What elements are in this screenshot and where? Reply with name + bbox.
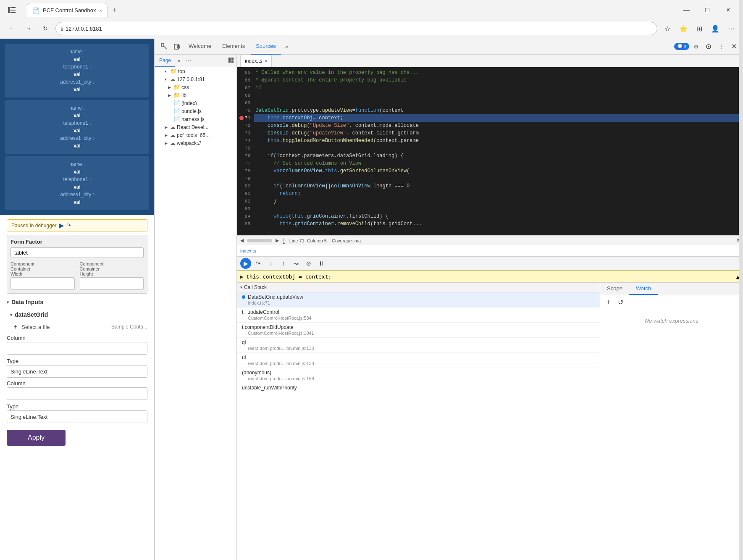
tree-item-webpack[interactable]: ▶ ☁ webpack://: [155, 139, 236, 147]
tab-close-button[interactable]: ×: [99, 8, 102, 13]
tree-item-harness[interactable]: ▶ 📄 harness.js: [155, 115, 236, 123]
ln-65: 65: [240, 69, 250, 76]
sources-more-tabs[interactable]: »: [175, 58, 183, 64]
tree-item-bundle[interactable]: ▶ 📄 bundle.js: [155, 107, 236, 115]
back-button[interactable]: ←: [5, 22, 18, 35]
code-line-71: this.contextObj = context;: [254, 114, 739, 122]
navigation-left-icon[interactable]: ◀: [240, 238, 244, 243]
sources-tab[interactable]: Sources: [251, 39, 281, 55]
ln-71: 71: [240, 114, 250, 122]
call-stack-list: DataSetGrid.updateView index.ts:71 t._up…: [237, 292, 600, 442]
active-tab[interactable]: 📄 PCF Control Sandbox ×: [27, 3, 108, 17]
ln-67: 67: [240, 84, 250, 92]
container-width-input[interactable]: [11, 277, 75, 290]
scope-watch-panel: Scope Watch + ↺ No watch expressions: [600, 283, 743, 442]
pretty-print-icon[interactable]: {}: [282, 237, 286, 244]
favorites-icon[interactable]: ☆: [661, 22, 674, 35]
watch-tab[interactable]: Watch: [629, 283, 658, 295]
tree-label-pcf: pcf_tools_65...: [177, 132, 210, 138]
devtools-close-button[interactable]: ✕: [728, 41, 740, 53]
step-button[interactable]: ↝: [291, 258, 302, 269]
step-out-button[interactable]: ↑: [278, 258, 289, 269]
stack-item-7[interactable]: unstable_runWithPriority: [237, 383, 600, 393]
minimize-button[interactable]: —: [677, 3, 696, 17]
stack-item-2[interactable]: t._updateControl CustomControlHostRoot.j…: [237, 308, 600, 323]
page-tab[interactable]: Page: [155, 55, 175, 67]
stack-item-3[interactable]: t.componentDidUpdate CustomControlHostRo…: [237, 323, 600, 338]
call-stack-header[interactable]: ▾ Call Stack: [237, 283, 600, 292]
close-window-button[interactable]: ×: [719, 3, 738, 17]
code-editor-area[interactable]: 65 66 67 68 69 70 71 72 73 74 75: [237, 67, 743, 235]
customize-icon[interactable]: [703, 41, 714, 53]
dataset-grid-header[interactable]: ▾ dataSetGrid: [7, 310, 147, 320]
device-toolbar-icon[interactable]: [171, 41, 183, 53]
resume-debugger-button[interactable]: ▶: [240, 258, 251, 269]
data-inputs-header[interactable]: ▾ Data Inputs: [7, 297, 147, 307]
inspect-element-icon[interactable]: [158, 41, 170, 53]
apply-button[interactable]: Apply: [7, 430, 66, 446]
profile-icon[interactable]: 👤: [709, 22, 722, 35]
welcome-tab[interactable]: Welcome: [184, 39, 216, 55]
resume-button[interactable]: ▶: [59, 221, 64, 229]
lib-folder-icon: 📁: [173, 92, 180, 98]
tree-item-localhost[interactable]: ▾ ☁ 127.0.0.1:81: [155, 75, 236, 83]
column-type-2: Column Type SingleLine.Text: [7, 380, 147, 423]
container-size-row: ComponentContainerWidth ComponentContain…: [11, 261, 144, 290]
refresh-button[interactable]: ↻: [39, 22, 52, 35]
css-folder-icon: 📁: [173, 84, 180, 90]
navigation-right-icon[interactable]: ▶: [276, 238, 279, 243]
tree-item-pcf[interactable]: ▶ ☁ pcf_tools_65...: [155, 131, 236, 139]
column-input-1[interactable]: [7, 342, 147, 355]
devtools-more-icon[interactable]: ⋮: [715, 41, 727, 53]
index-ts-close-icon[interactable]: ×: [265, 59, 267, 63]
scope-tab[interactable]: Scope: [600, 283, 629, 295]
sources-sidebar-more[interactable]: ⋯: [183, 58, 194, 64]
svg-rect-0: [8, 7, 10, 13]
step-into-button[interactable]: ↓: [265, 258, 276, 269]
new-tab-button[interactable]: +: [108, 3, 121, 17]
tree-item-react[interactable]: ▶ ☁ React Devel...: [155, 123, 236, 131]
code-line-78: var columnsOnView = this.getSortedColumn…: [254, 167, 739, 175]
css-arrow-icon: ▶: [168, 85, 172, 89]
refresh-watch-button[interactable]: ↺: [615, 297, 625, 307]
stack-item-4[interactable]: qi react-dom.produ...ion.min.js:130: [237, 338, 600, 353]
tree-item-lib[interactable]: ▶ 📁 lib: [155, 91, 236, 99]
tree-item-index[interactable]: ▶ 📄 (index): [155, 99, 236, 107]
card2-name-value: val: [74, 113, 81, 118]
favorites-star-icon[interactable]: ⭐: [677, 22, 690, 35]
deactivate-breakpoints-button[interactable]: ⊘: [303, 258, 314, 269]
container-height-input[interactable]: [80, 277, 144, 290]
pause-on-exceptions-button[interactable]: ⏸: [316, 258, 327, 269]
card1-addr-value: val: [74, 87, 81, 92]
breakpoint-dot: [239, 116, 244, 120]
stack-item-1[interactable]: DataSetGrid.updateView index.ts:71: [237, 292, 600, 308]
devtools-more-tabs[interactable]: »: [282, 43, 291, 50]
sidebar-toggle[interactable]: [5, 3, 18, 17]
type-select-2[interactable]: SingleLine.Text: [7, 410, 147, 423]
sources-layout-icon[interactable]: [226, 57, 236, 64]
console-icon: 💬: [677, 44, 683, 49]
tree-item-top[interactable]: ▾ 📁 top: [155, 67, 236, 75]
settings-icon[interactable]: ⚙: [690, 41, 702, 53]
address-bar[interactable]: ℹ 127.0.0.1:8181: [55, 22, 657, 35]
select-file-row[interactable]: + Select a file Sample Conta...: [7, 321, 147, 332]
forward-button[interactable]: →: [22, 22, 35, 35]
column-input-2[interactable]: [7, 387, 147, 400]
ln-72: 72: [240, 122, 250, 129]
current-line-arrow-icon: ▶: [240, 273, 244, 280]
collections-icon[interactable]: ⊞: [693, 22, 706, 35]
stack-item-5[interactable]: ui react-dom.produ...ion.min.js:133: [237, 353, 600, 368]
bottom-section: ▾ Call Stack DataSetGrid.updateView inde…: [237, 282, 743, 442]
stack-item-6[interactable]: (anonymous) react-dom.produ...ion.min.js…: [237, 368, 600, 383]
step-over-button[interactable]: ↷: [253, 258, 264, 269]
add-watch-button[interactable]: +: [604, 297, 614, 307]
status-bar: ◀ ▶ {} Line 71, Column 5 Coverage: n/a ⊻: [237, 235, 743, 245]
type-select-1[interactable]: SingleLine.Text: [7, 365, 147, 378]
tree-item-css[interactable]: ▶ 📁 css: [155, 83, 236, 91]
maximize-button[interactable]: □: [698, 3, 717, 17]
address-text: 127.0.0.1:8181: [66, 26, 102, 32]
elements-tab[interactable]: Elements: [217, 39, 250, 55]
step-button[interactable]: ↷: [66, 222, 71, 229]
index-ts-tab[interactable]: index.ts ×: [240, 55, 272, 67]
browser-more-icon[interactable]: ⋯: [725, 22, 738, 35]
